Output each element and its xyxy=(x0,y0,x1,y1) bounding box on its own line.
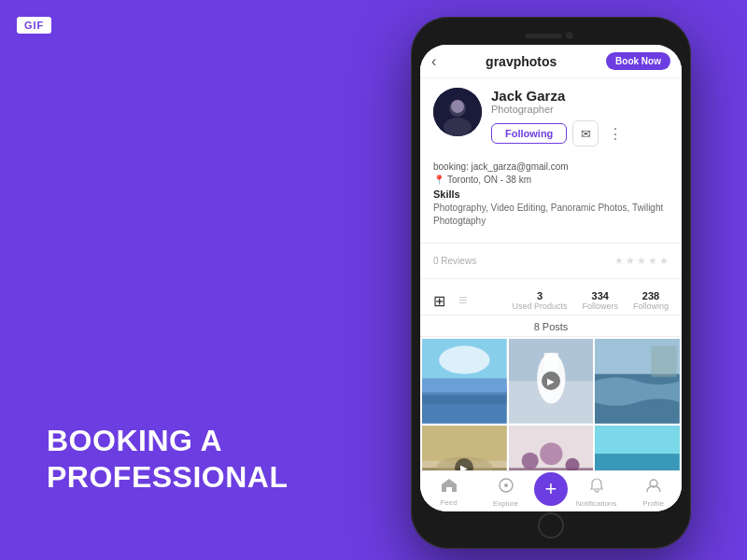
divider-1 xyxy=(420,243,682,244)
phone-screen: ‹ gravphotos Book Now xyxy=(420,45,682,511)
divider-2 xyxy=(420,278,682,279)
stat-following-num: 238 xyxy=(633,290,669,301)
stat-products-num: 3 xyxy=(512,290,567,301)
stat-following: 238 Following xyxy=(633,290,669,311)
star-rating: ★ ★ ★ ★ ★ xyxy=(614,255,669,267)
svg-rect-23 xyxy=(509,468,594,470)
nav-feed[interactable]: Feed xyxy=(420,478,477,507)
location-row: 📍 Toronto, ON - 38 km xyxy=(433,175,669,185)
nav-explore-label: Explore xyxy=(493,499,518,508)
profile-name: Jack Garza xyxy=(491,88,669,104)
phone-bottom-bar xyxy=(420,511,682,539)
screen-header: ‹ gravphotos Book Now xyxy=(420,45,682,78)
posts-count: 8 Posts xyxy=(420,315,682,337)
star-2: ★ xyxy=(626,255,635,267)
avatar-image xyxy=(433,88,482,136)
more-button[interactable]: ⋮ xyxy=(604,122,627,145)
phone-speaker xyxy=(525,34,562,38)
avatar xyxy=(433,88,482,136)
star-5: ★ xyxy=(659,255,669,267)
star-4: ★ xyxy=(648,255,657,267)
list-view-icon[interactable]: ≡ xyxy=(458,292,467,309)
profile-icon xyxy=(645,477,662,497)
profile-role: Photographer xyxy=(491,104,669,115)
photo-cell-2[interactable]: ▶ xyxy=(509,339,594,424)
profile-section: Jack Garza Photographer Following ✉ ⋮ xyxy=(420,78,682,161)
svg-rect-16 xyxy=(652,346,677,377)
photo-cell-4[interactable]: ▶ xyxy=(422,426,507,470)
following-button[interactable]: Following xyxy=(491,123,567,144)
svg-rect-29 xyxy=(595,426,680,454)
star-3: ★ xyxy=(637,255,646,267)
profile-info: Jack Garza Photographer Following ✉ ⋮ xyxy=(491,88,669,147)
profile-top: Jack Garza Photographer Following ✉ ⋮ xyxy=(433,88,669,147)
svg-rect-7 xyxy=(422,392,507,403)
notifications-icon xyxy=(588,477,605,497)
star-1: ★ xyxy=(614,255,624,267)
photo-cell-3[interactable] xyxy=(595,339,680,424)
svg-rect-12 xyxy=(543,353,557,370)
nav-explore[interactable]: Explore xyxy=(477,477,534,508)
nav-feed-label: Feed xyxy=(440,498,457,507)
reviews-row: 0 Reviews ★ ★ ★ ★ ★ xyxy=(420,251,682,271)
stat-following-label: Following xyxy=(633,301,669,311)
profile-details: booking: jack_garza@gmail.com 📍 Toronto,… xyxy=(420,161,682,235)
reviews-label: 0 Reviews xyxy=(433,256,476,266)
play-button-2[interactable]: ▶ xyxy=(455,458,473,470)
nav-notifications[interactable]: Notifications xyxy=(568,477,625,508)
svg-point-32 xyxy=(504,483,508,487)
view-toggle: ⊞ ≡ 3 Used Products 334 Followers 238 xyxy=(420,287,682,315)
svg-point-24 xyxy=(521,452,538,469)
photo-cell-1[interactable] xyxy=(422,339,507,424)
phone-home-button[interactable] xyxy=(538,512,564,539)
stat-followers-label: Followers xyxy=(582,301,618,311)
phone-camera xyxy=(566,32,573,39)
back-button[interactable]: ‹ xyxy=(431,53,436,70)
phone-outer: ‹ gravphotos Book Now xyxy=(411,17,691,549)
screen-title: gravphotos xyxy=(486,54,557,69)
headline: BOOKING A PROFESSIONAL xyxy=(47,423,288,495)
photo-cell-6[interactable] xyxy=(595,426,680,470)
screen-body: Jack Garza Photographer Following ✉ ⋮ xyxy=(420,78,682,470)
book-now-button[interactable]: Book Now xyxy=(606,52,670,70)
stats-row: 3 Used Products 334 Followers 238 Follow… xyxy=(512,290,669,311)
phone-mockup: ‹ gravphotos Book Now xyxy=(411,17,691,549)
stat-followers: 334 Followers xyxy=(582,290,618,311)
nav-notifications-label: Notifications xyxy=(576,499,617,508)
svg-point-3 xyxy=(451,100,464,113)
svg-rect-18 xyxy=(422,426,507,461)
gif-badge: GIF xyxy=(17,17,51,34)
location-icon: 📍 xyxy=(433,175,444,185)
skills-label: Skills xyxy=(433,189,669,200)
photo-grid: ▶ xyxy=(420,337,682,470)
email-row: booking: jack_garza@gmail.com xyxy=(433,161,669,172)
stat-followers-num: 334 xyxy=(582,290,618,301)
svg-rect-30 xyxy=(595,454,680,470)
svg-point-8 xyxy=(439,346,489,374)
profile-actions: Following ✉ ⋮ xyxy=(491,120,669,147)
svg-point-25 xyxy=(540,442,562,465)
explore-icon xyxy=(498,477,514,497)
bottom-nav: Feed Explore + Notifications xyxy=(420,470,682,511)
grid-view-icon[interactable]: ⊞ xyxy=(433,292,445,310)
message-button[interactable]: ✉ xyxy=(572,120,599,147)
stat-products: 3 Used Products xyxy=(512,290,567,311)
photo-cell-5[interactable] xyxy=(509,426,594,470)
svg-point-2 xyxy=(444,118,472,136)
phone-top-bar xyxy=(420,26,682,45)
skills-text: Photography, Video Editing, Panoramic Ph… xyxy=(433,202,669,228)
play-button[interactable]: ▶ xyxy=(542,371,560,390)
stat-products-label: Used Products xyxy=(512,301,567,311)
nav-add-button[interactable]: + xyxy=(534,472,568,506)
nav-profile[interactable]: Profile xyxy=(625,477,682,508)
feed-icon xyxy=(441,478,458,497)
nav-profile-label: Profile xyxy=(642,499,664,508)
